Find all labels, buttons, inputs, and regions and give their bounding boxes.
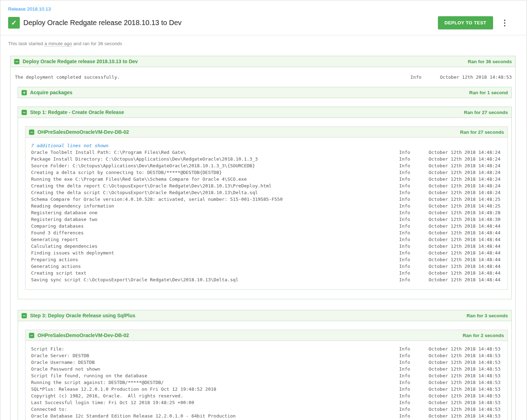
log-row: Registering database one Info October 12… (31, 209, 500, 216)
collapse-icon[interactable]: − (22, 313, 27, 318)
log-level: Info (399, 216, 427, 223)
deploy-section-header[interactable]: − Deploy Oracle Redgate release 2018.10.… (11, 56, 515, 67)
log-level: Info (399, 149, 427, 156)
log-row: Script file found, running on the databa… (31, 372, 500, 379)
log-message: Comparing databases (31, 223, 399, 229)
log-row: Last Successful login time: Fri Oct 12 2… (31, 399, 500, 406)
log-message: Reading dependency information (31, 203, 399, 209)
step1-machine-header[interactable]: − OHPreSalesDemoOracleVM-Dev-DB-02 Ran f… (25, 127, 508, 138)
log-message: Oracle Password not shown (31, 366, 399, 372)
log-time: October 12th 2018 14:48:24 (427, 169, 500, 176)
page-header: Release 2018.10.13 ✓ Deploy Oracle Redga… (0, 0, 526, 35)
result-log-row: The deployment completed successfully. I… (15, 74, 512, 80)
log-time: October 12th 2018 14:48:28 (427, 209, 500, 216)
log-level: Info (399, 359, 427, 366)
collapse-icon[interactable]: − (22, 110, 27, 115)
log-time: October 12th 2018 14:48:53 (427, 366, 500, 372)
log-message: Running the script against: DESTDB/*****… (31, 379, 399, 386)
log-level: Info (399, 406, 427, 413)
log-time: October 12th 2018 14:48:25 (427, 203, 500, 209)
step3-machine-title: OHPreSalesDemoOracleVM-Dev-DB-02 (37, 332, 129, 338)
log-time: October 12th 2018 14:48:53 (427, 352, 500, 359)
log-time: October 12th 2018 14:48:53 (427, 399, 500, 406)
log-time: October 12th 2018 14:48:24 (427, 156, 500, 162)
log-row: Saving sync script C:\OctopusExport\Orac… (31, 276, 500, 283)
log-row: Calculating dependencies Info October 12… (31, 243, 500, 250)
log-row: Schema Compare for Oracle version:4.0.10… (31, 196, 500, 203)
log-row: Running the exe C:\Program Files\Red Gat… (31, 176, 500, 182)
log-level: Info (399, 243, 427, 250)
log-row: Package Install Directory: C:\Octopus\Ap… (31, 156, 500, 162)
log-level: Info (399, 236, 427, 243)
log-time: October 12th 2018 14:48:44 (427, 243, 500, 250)
log-row: Oracle Server: DESTDB Info October 12th … (31, 352, 500, 359)
log-row: Finding issues with deployment Info Octo… (31, 250, 500, 256)
log-row: Found 3 differences Info October 12th 20… (31, 229, 500, 236)
log-level: Info (399, 372, 427, 379)
step3-duration: Ran for 3 seconds (467, 313, 508, 318)
log-time: October 12th 2018 14:48:30 (427, 216, 500, 223)
log-level: Info (399, 176, 427, 182)
log-row: Running the script against: DESTDB/*****… (31, 379, 500, 386)
acquire-packages-header[interactable]: + Acquire packages Ran for 1 second (18, 87, 511, 98)
log-time: October 12th 2018 14:48:53 (427, 372, 500, 379)
log-row: Creating script text Info October 12th 2… (31, 270, 500, 276)
collapse-icon[interactable]: − (29, 130, 34, 135)
log-row: Registering database two Info October 12… (31, 216, 500, 223)
log-level: Info (399, 399, 427, 406)
log-row: Connected to: Info October 12th 2018 14:… (31, 406, 500, 413)
success-check-icon: ✓ (8, 17, 20, 29)
log-message: Connected to: (31, 406, 399, 413)
deploy-section-duration: Ran for 36 seconds (468, 59, 512, 64)
log-time: October 12th 2018 14:48:44 (427, 250, 500, 256)
log-row: Creating the delta report C:\OctopusExpo… (31, 182, 500, 189)
step3-machine-header[interactable]: − OHPreSalesDemoOracleVM-Dev-DB-02 Ran f… (25, 330, 508, 341)
log-time: October 12th 2018 14:48:53 (427, 346, 500, 352)
expand-icon[interactable]: + (22, 90, 27, 95)
release-breadcrumb-link[interactable]: Release 2018.10.13 (8, 6, 51, 12)
log-level: Info (399, 379, 427, 386)
step1-duration: Ran for 27 seconds (464, 110, 508, 115)
log-level: Info (399, 189, 427, 196)
log-level: Info (399, 250, 427, 256)
deploy-to-test-button[interactable]: DEPLOY TO TEST (438, 16, 493, 29)
task-page-card: Release 2018.10.13 ✓ Deploy Oracle Redga… (0, 0, 527, 420)
step3-header[interactable]: − Step 3: Deploy Oracle Release using Sq… (18, 310, 511, 321)
step3-log-rows: Script File: Info October 12th 2018 14:4… (31, 346, 500, 420)
hidden-lines-note-text: 7 additional lines not shown (31, 142, 500, 149)
relative-time-link[interactable]: a minute ago (45, 41, 72, 47)
step1-header[interactable]: − Step 1: Redgate - Create Oracle Releas… (18, 107, 511, 118)
collapse-icon[interactable]: − (14, 59, 19, 64)
log-message: Script File: (31, 346, 399, 352)
step3-machine-section: − OHPreSalesDemoOracleVM-Dev-DB-02 Ran f… (25, 330, 508, 420)
log-message: Oracle Database 12c Standard Edition Rel… (31, 413, 399, 419)
log-level: Info (399, 203, 427, 209)
log-message: Saving sync script C:\OctopusExport\Orac… (31, 276, 399, 283)
log-level: Info (399, 229, 427, 236)
log-row: Oracle Toolbelt Install Path: C:\Program… (31, 149, 500, 156)
log-message: Finding issues with deployment (31, 250, 399, 256)
log-time: October 12th 2018 14:48:44 (427, 263, 500, 270)
log-level: Info (399, 169, 427, 176)
log-message: Last Successful login time: Fri Oct 12 2… (31, 399, 399, 406)
log-message: Schema Compare for Oracle version:4.0.10… (31, 196, 399, 203)
log-level: Info (399, 392, 427, 399)
log-time: October 12th 2018 14:48:53 (427, 392, 500, 399)
log-level: Info (399, 256, 427, 263)
deploy-section: − Deploy Oracle Redgate release 2018.10.… (10, 56, 516, 420)
step3-title: Step 3: Deploy Oracle Release using SqlP… (30, 313, 135, 318)
task-summary-prefix: This task started (8, 41, 45, 46)
log-message: SQL*Plus: Release 12.2.0.1.0 Production … (31, 386, 399, 392)
log-row: Creating a delta script by connecting to… (31, 169, 500, 176)
overflow-menu-icon[interactable]: ⋮ (499, 18, 510, 28)
log-message: Script file found, running on the databa… (31, 372, 399, 379)
log-time: October 12th 2018 14:48:24 (427, 182, 500, 189)
log-row: Oracle Password not shown Info October 1… (31, 366, 500, 372)
log-time: October 12th 2018 14:48:24 (427, 162, 500, 169)
log-message: Copyright (c) 1982, 2016, Oracle. All ri… (31, 392, 399, 399)
log-level: Info (399, 270, 427, 276)
log-level: Info (399, 386, 427, 392)
hidden-lines-note[interactable]: 7 additional lines not shown (31, 142, 500, 149)
collapse-icon[interactable]: − (29, 333, 34, 338)
log-time: October 12th 2018 14:48:44 (427, 270, 500, 276)
